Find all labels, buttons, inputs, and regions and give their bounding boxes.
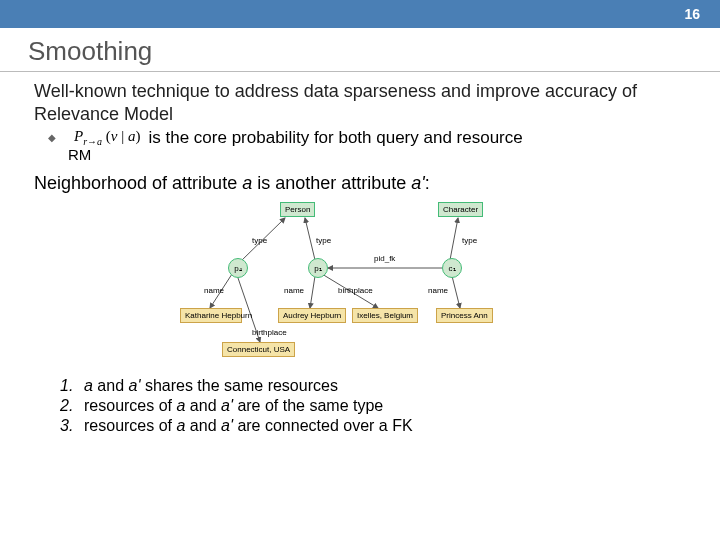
edge-label-birthplace: birthplace: [338, 286, 373, 295]
node-p4: p₄: [228, 258, 248, 278]
list-number: 2.: [60, 397, 84, 415]
list-text: resources of a and a' are of the same ty…: [84, 397, 383, 415]
svg-line-0: [305, 218, 315, 260]
slide-title: Smoothing: [0, 28, 720, 72]
list-item: 3. resources of a and a' are connected o…: [60, 416, 680, 436]
edge-label-type: type: [462, 236, 477, 245]
list-number: 3.: [60, 417, 84, 435]
core-prob-text: is the core probability for both query a…: [149, 128, 523, 148]
svg-line-6: [452, 276, 460, 308]
rm-label: RM: [0, 146, 720, 163]
edge-label-pidfk: pid_fk: [374, 254, 395, 263]
svg-line-4: [310, 276, 315, 308]
bullet-dot-icon: ◆: [48, 132, 56, 143]
list-text: resources of a and a' are connected over…: [84, 417, 413, 435]
edge-label-type: type: [252, 236, 267, 245]
edge-label-birthplace: birthplace: [252, 328, 287, 337]
svg-line-2: [450, 218, 458, 260]
node-person: Person: [280, 202, 315, 217]
edge-label-type: type: [316, 236, 331, 245]
list-item: 2. resources of a and a' are of the same…: [60, 396, 680, 416]
node-connecticut: Connecticut, USA: [222, 342, 295, 357]
node-p1: p₁: [308, 258, 328, 278]
node-ixelles: Ixelles, Belgium: [352, 308, 418, 323]
edge-label-name: name: [284, 286, 304, 295]
list-number: 1.: [60, 377, 84, 395]
diagram: Person Character p₄ p₁ c₁ Katharine Hepb…: [160, 200, 560, 370]
list-text: a and a' shares the same resources: [84, 377, 338, 395]
edge-label-name: name: [428, 286, 448, 295]
page-number-bar: 16: [0, 0, 720, 28]
formula: Pr→a (v | a): [66, 127, 149, 148]
node-katharine: Katharine Hepburn: [180, 308, 242, 323]
diagram-edges: [160, 200, 560, 370]
node-audrey: Audrey Hepburn: [278, 308, 346, 323]
node-princess: Princess Ann: [436, 308, 493, 323]
list-item: 1. a and a' shares the same resources: [60, 376, 680, 396]
intro-text: Well-known technique to address data spa…: [0, 80, 720, 125]
edge-label-name: name: [204, 286, 224, 295]
neighborhood-heading: Neighborhood of attribute a is another a…: [0, 163, 720, 194]
rules-list: 1. a and a' shares the same resources 2.…: [0, 370, 720, 436]
page-number: 16: [684, 6, 700, 22]
node-character: Character: [438, 202, 483, 217]
node-c1: c₁: [442, 258, 462, 278]
core-prob-bullet: ◆ Pr→a (v | a) is the core probability f…: [0, 125, 720, 148]
